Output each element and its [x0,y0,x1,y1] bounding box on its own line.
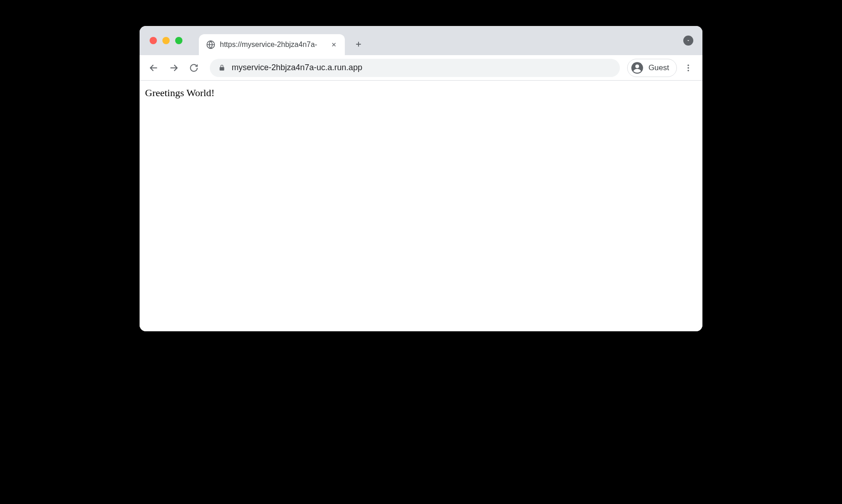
lock-icon [218,64,225,72]
forward-button[interactable] [165,59,182,77]
new-tab-button[interactable] [350,36,367,52]
address-bar[interactable]: myservice-2hbjza4n7a-uc.a.run.app [210,59,620,77]
tab-bar: https://myservice-2hbjza4n7a- [140,26,702,55]
svg-point-10 [687,67,689,68]
toolbar: myservice-2hbjza4n7a-uc.a.run.app Guest [140,55,702,81]
close-tab-button[interactable] [329,40,338,49]
profile-label: Guest [649,63,669,72]
address-url: myservice-2hbjza4n7a-uc.a.run.app [232,63,362,72]
profile-chip[interactable]: Guest [627,59,677,77]
window-dropdown-button[interactable] [683,36,693,46]
globe-icon [206,40,215,49]
browser-window: https://myservice-2hbjza4n7a- [140,26,702,331]
page-body-text: Greetings World! [145,87,697,99]
browser-menu-button[interactable] [680,59,697,77]
back-button[interactable] [145,59,162,77]
window-controls [150,37,182,44]
svg-point-11 [687,70,689,71]
reload-button[interactable] [185,59,203,77]
maximize-window-button[interactable] [175,37,182,44]
svg-point-8 [635,64,639,68]
minimize-window-button[interactable] [162,37,170,44]
avatar-icon [630,61,644,75]
close-window-button[interactable] [150,37,157,44]
browser-tab[interactable]: https://myservice-2hbjza4n7a- [199,34,345,55]
tab-title: https://myservice-2hbjza4n7a- [220,41,325,49]
page-content: Greetings World! [140,81,702,331]
svg-point-9 [687,64,689,66]
